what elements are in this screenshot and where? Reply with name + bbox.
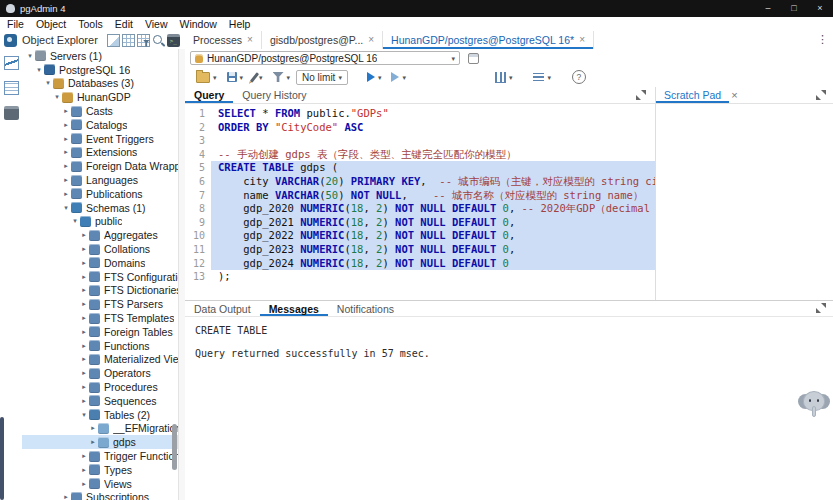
code-line-6[interactable]: 6 city VARCHAR(20) PRIMARY KEY, -- 城市编码（… (185, 175, 655, 189)
expand-icon[interactable]: ▸ (79, 328, 89, 336)
menu-help[interactable]: Help (223, 17, 257, 31)
tab-gisdb-postgres-p[interactable]: gisdb/postgres@P...× (262, 31, 383, 49)
close-tab-icon[interactable]: × (368, 35, 374, 45)
collapse-icon[interactable]: ▾ (52, 93, 62, 101)
expand-icon[interactable]: ▸ (88, 424, 98, 432)
search-objects-icon[interactable] (152, 34, 165, 47)
maximize-button[interactable]: □ (781, 0, 807, 17)
collapse-icon[interactable]: ▾ (34, 66, 44, 74)
tree-item-databases-3[interactable]: ▾Databases (3) (22, 77, 178, 91)
menu-view[interactable]: View (139, 17, 174, 31)
tree-item-collations[interactable]: ▸Collations (22, 242, 178, 256)
collapse-icon[interactable]: ▾ (79, 411, 89, 419)
expand-icon[interactable]: ▸ (61, 107, 71, 115)
code-line-11[interactable]: 11 gdp_2023 NUMERIC(18, 2) NOT NULL DEFA… (185, 243, 655, 257)
tree-item-sequences[interactable]: ▸Sequences (22, 394, 178, 408)
tree-item-subscriptions[interactable]: ▸Subscriptions (22, 491, 178, 500)
expand-icon[interactable]: ▸ (79, 300, 89, 308)
expand-icon[interactable]: ▸ (79, 342, 89, 350)
code-line-1[interactable]: 1SELECT * FROM public."GDPs" (185, 107, 655, 121)
tree-item-fts-dictionaries[interactable]: ▸FTS Dictionaries (22, 284, 178, 298)
tree-item-procedures[interactable]: ▸Procedures (22, 380, 178, 394)
expand-icon[interactable]: ▸ (79, 231, 89, 239)
expand-icon[interactable]: ▸ (79, 383, 89, 391)
tab-notifications[interactable]: Notifications (328, 301, 403, 316)
menu-file[interactable]: File (1, 17, 30, 31)
expand-icon[interactable]: ▸ (61, 121, 71, 129)
tree-item-operators[interactable]: ▸Operators (22, 366, 178, 380)
expand-icon[interactable]: ▸ (79, 397, 89, 405)
expand-icon[interactable]: ▸ (61, 162, 71, 170)
code-line-7[interactable]: 7 name VARCHAR(50) NOT NULL, -- 城市名称（对应模… (185, 189, 655, 203)
sql-icon[interactable] (4, 106, 19, 120)
minimize-button[interactable]: – (755, 0, 781, 17)
expand-icon[interactable]: ▸ (61, 493, 71, 500)
query-tool-icon[interactable] (107, 34, 120, 47)
properties-icon[interactable] (4, 81, 19, 95)
left-edge-scrollbar[interactable] (0, 417, 4, 500)
dashboard-icon[interactable] (4, 56, 19, 70)
filtered-rows-icon[interactable] (137, 34, 150, 47)
expand-icon[interactable]: ▸ (79, 452, 89, 460)
tab-data-output[interactable]: Data Output (185, 301, 260, 316)
tree-scrollbar[interactable] (172, 424, 177, 470)
expand-icon[interactable]: ▸ (79, 355, 89, 363)
close-tab-icon[interactable]: × (247, 35, 253, 45)
collapse-icon[interactable]: ▾ (61, 204, 71, 212)
tab-hunangdp-postgres-postgresql-16[interactable]: HunanGDP/postgres@PostgreSQL 16*× (383, 31, 594, 49)
expand-icon[interactable]: ▸ (61, 176, 71, 184)
explain-button[interactable]: ▾ (491, 69, 517, 85)
expand-icon[interactable]: ▸ (79, 286, 89, 294)
menu-object[interactable]: Object (30, 17, 72, 31)
tree-item-types[interactable]: ▸Types (22, 463, 178, 477)
tree-item-catalogs[interactable]: ▸Catalogs (22, 118, 178, 132)
tab-query-history[interactable]: Query History (233, 87, 315, 103)
tree-item-views[interactable]: ▸Views (22, 477, 178, 491)
tree-item-casts[interactable]: ▸Casts (22, 104, 178, 118)
more-options-icon[interactable]: ⋮ (817, 33, 828, 46)
tab-messages[interactable]: Messages (260, 301, 328, 316)
row-limit-select[interactable]: No limit▾ (296, 70, 348, 85)
close-icon[interactable]: × (731, 89, 737, 101)
collapse-icon[interactable]: ▾ (25, 52, 35, 60)
tree-item-fts-parsers[interactable]: ▸FTS Parsers (22, 297, 178, 311)
code-line-9[interactable]: 9 gdp_2021 NUMERIC(18, 2) NOT NULL DEFAU… (185, 216, 655, 230)
save-file-button[interactable]: ▾ (223, 69, 248, 85)
menu-edit[interactable]: Edit (109, 17, 139, 31)
object-explorer-tab[interactable]: Object Explorer (22, 31, 98, 49)
tree-item-languages[interactable]: ▸Languages (22, 173, 178, 187)
edit-button[interactable]: ▾ (249, 69, 267, 85)
close-button[interactable]: × (807, 0, 833, 17)
tree-item-aggregates[interactable]: ▸Aggregates (22, 228, 178, 242)
expand-icon[interactable]: ▸ (61, 190, 71, 198)
collapse-icon[interactable]: ▾ (70, 217, 80, 225)
editor-expand-icon[interactable] (636, 90, 646, 100)
expand-icon[interactable]: ▸ (61, 135, 71, 143)
menu-window[interactable]: Window (173, 17, 222, 31)
tree-item-extensions[interactable]: ▸Extensions (22, 146, 178, 160)
tree-item-publications[interactable]: ▸Publications (22, 187, 178, 201)
tree-item-servers-1[interactable]: ▾Servers (1) (22, 49, 178, 63)
psql-tool-icon[interactable] (167, 34, 180, 47)
scratch-pad-tab[interactable]: Scratch Pad (656, 87, 729, 103)
tree-item-tables-2[interactable]: ▾Tables (2) (22, 408, 178, 422)
tree-item-hunangdp[interactable]: ▾HunanGDP (22, 90, 178, 104)
sql-editor[interactable]: 1SELECT * FROM public."GDPs"2ORDER BY "C… (185, 104, 655, 300)
tree-item-materialized-views[interactable]: ▸Materialized Views (22, 353, 178, 367)
tree-item-event-triggers[interactable]: ▸Event Triggers (22, 132, 178, 146)
tree-item-fts-configurations[interactable]: ▸FTS Configurations (22, 270, 178, 284)
filter-button[interactable]: ▾ (269, 69, 295, 85)
code-line-4[interactable]: 4-- 手动创建 gdps 表（字段、类型、主键完全匹配你的模型） (185, 148, 655, 162)
expand-icon[interactable]: ▸ (88, 438, 98, 446)
expand-icon[interactable]: ▸ (79, 273, 89, 281)
tab-query[interactable]: Query (185, 87, 233, 103)
macros-button[interactable]: ▾ (529, 69, 555, 85)
open-file-button[interactable]: ▾ (192, 69, 221, 85)
code-line-13[interactable]: 13); (185, 270, 655, 284)
expand-icon[interactable]: ▸ (79, 369, 89, 377)
scratch-pad-expand-icon[interactable] (816, 90, 826, 100)
tree-item-foreign-data-wrappers[interactable]: ▸Foreign Data Wrappers (22, 159, 178, 173)
expand-icon[interactable]: ▸ (79, 314, 89, 322)
code-line-12[interactable]: 12 gdp_2024 NUMERIC(18, 2) NOT NULL DEFA… (185, 257, 655, 271)
tree-item-schemas-1[interactable]: ▾Schemas (1) (22, 201, 178, 215)
